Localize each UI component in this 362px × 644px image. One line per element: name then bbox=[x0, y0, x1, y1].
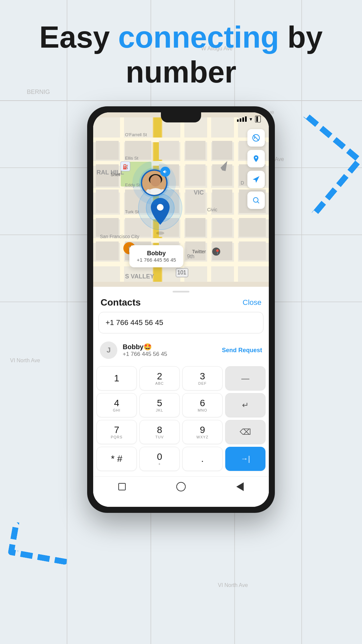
dial-key-3[interactable]: 3 DEF bbox=[182, 366, 223, 390]
svg-rect-31 bbox=[234, 117, 238, 282]
dial-key-dot[interactable]: . bbox=[182, 447, 223, 471]
dial-key-backspace[interactable]: ⌫ bbox=[225, 420, 265, 444]
svg-rect-44 bbox=[96, 190, 119, 213]
contacts-title: Contacts bbox=[101, 297, 141, 308]
svg-text:Civic: Civic bbox=[207, 207, 217, 212]
svg-text:D: D bbox=[241, 180, 244, 185]
svg-rect-33 bbox=[96, 141, 119, 160]
dial-key-2[interactable]: 2 ABC bbox=[139, 366, 180, 390]
map-info-popup: Bobby +1 766 445 56 45 bbox=[129, 245, 183, 267]
wifi-icon: ▼ bbox=[249, 117, 253, 122]
dial-key-9[interactable]: 9 WXYZ bbox=[182, 420, 223, 444]
svg-rect-38 bbox=[185, 141, 205, 160]
svg-rect-56 bbox=[96, 241, 119, 260]
dial-key-minus[interactable]: — bbox=[225, 366, 265, 390]
dial-key-submit[interactable]: →| bbox=[225, 447, 265, 471]
contact-name: Bobby🤩 bbox=[123, 343, 217, 351]
dial-key-star-hash[interactable]: * # bbox=[97, 447, 137, 471]
location-avatar bbox=[141, 169, 168, 196]
contact-row: J Bobby🤩 +1 766 445 56 45 Send Request bbox=[93, 338, 269, 364]
dial-key-1[interactable]: 1 bbox=[97, 366, 137, 390]
heading-line2: number bbox=[126, 55, 236, 89]
dialpad-row-3: 7 PQRS 8 TUV 9 WXYZ ⌫ bbox=[97, 420, 265, 444]
svg-text:📍: 📍 bbox=[215, 249, 221, 255]
svg-rect-53 bbox=[185, 218, 205, 237]
navigate-button[interactable] bbox=[247, 171, 265, 188]
phone-notch bbox=[161, 112, 201, 122]
svg-rect-30 bbox=[207, 117, 211, 282]
svg-rect-39 bbox=[185, 164, 205, 186]
svg-text:San Francisco City: San Francisco City bbox=[100, 234, 139, 239]
svg-text:VIC: VIC bbox=[194, 189, 204, 196]
svg-point-84 bbox=[156, 231, 164, 235]
svg-point-85 bbox=[157, 204, 164, 211]
svg-text:101: 101 bbox=[177, 270, 186, 275]
panel-handle bbox=[93, 287, 269, 292]
phone-input-row[interactable]: +1 766 445 56 45 bbox=[99, 312, 263, 333]
contact-info: Bobby🤩 +1 766 445 56 45 bbox=[123, 343, 217, 358]
svg-rect-54 bbox=[212, 218, 232, 237]
contact-avatar-letter: J bbox=[107, 346, 111, 355]
bottom-panel: Contacts Close +1 766 445 56 45 J Bobby🤩… bbox=[93, 287, 269, 507]
dialpad-row-2: 4 GHI 5 JKL 6 MNO ↵ bbox=[97, 393, 265, 417]
phone-container: ▼ ▌ bbox=[0, 106, 362, 513]
svg-rect-61 bbox=[239, 241, 266, 260]
phone-input-value: +1 766 445 56 45 bbox=[106, 318, 163, 327]
map-buttons bbox=[247, 129, 265, 209]
svg-text:9th: 9th bbox=[187, 254, 194, 259]
dialpad-row-4: * # 0 + . →| bbox=[97, 447, 265, 471]
svg-text:Ellis St: Ellis St bbox=[125, 156, 138, 161]
svg-rect-36 bbox=[159, 141, 179, 160]
map-area: O'Farrell St Ellis St Eddy St Turk St RA… bbox=[93, 112, 269, 287]
contact-phone: +1 766 445 56 45 bbox=[123, 351, 217, 358]
handle-bar bbox=[173, 291, 189, 292]
mute-button[interactable] bbox=[247, 129, 265, 147]
dial-key-enter[interactable]: ↵ bbox=[225, 393, 265, 417]
search-button[interactable] bbox=[247, 192, 265, 209]
phone-mockup: ▼ ▌ bbox=[87, 106, 275, 513]
dial-key-7[interactable]: 7 PQRS bbox=[97, 420, 137, 444]
nav-circle-icon bbox=[176, 482, 186, 491]
contact-avatar: J bbox=[100, 341, 117, 359]
svg-text:Twitter: Twitter bbox=[192, 249, 206, 254]
battery-icon: ▌ bbox=[255, 116, 261, 122]
dial-key-0[interactable]: 0 + bbox=[139, 447, 180, 471]
nav-square-icon bbox=[118, 483, 126, 490]
svg-text:Turk St: Turk St bbox=[125, 209, 139, 214]
send-request-button[interactable]: Send Request bbox=[222, 347, 262, 354]
popup-name: Bobby bbox=[137, 250, 176, 257]
svg-rect-40 bbox=[212, 141, 232, 160]
dial-key-5[interactable]: 5 JKL bbox=[139, 393, 180, 417]
heading-part2: by bbox=[279, 20, 323, 54]
nav-home-button[interactable] bbox=[176, 482, 186, 493]
heading-section: Easy connecting by number bbox=[0, 0, 362, 103]
svg-text:VI North Ave: VI North Ave bbox=[218, 582, 248, 588]
dialpad: 1 2 ABC 3 DEF — bbox=[93, 364, 269, 476]
nav-triangle-icon bbox=[236, 482, 244, 491]
panel-header: Contacts Close bbox=[93, 292, 269, 312]
heading-part1: Easy bbox=[39, 20, 118, 54]
nav-square-button[interactable] bbox=[118, 483, 126, 492]
svg-rect-28 bbox=[120, 117, 124, 282]
dial-key-6[interactable]: 6 MNO bbox=[182, 393, 223, 417]
svg-text:⛽: ⛽ bbox=[123, 164, 129, 170]
svg-text:Shell: Shell bbox=[111, 172, 120, 177]
svg-point-90 bbox=[253, 198, 258, 202]
signal-icon bbox=[237, 116, 247, 122]
close-button[interactable]: Close bbox=[243, 298, 261, 307]
svg-text:O'Farrell St: O'Farrell St bbox=[125, 132, 147, 137]
svg-text:S VALLEY: S VALLEY bbox=[125, 273, 154, 280]
nav-bar bbox=[93, 476, 269, 500]
status-icons: ▼ ▌ bbox=[237, 116, 261, 122]
phone-inner: ▼ ▌ bbox=[93, 112, 269, 507]
svg-point-94 bbox=[150, 175, 161, 186]
dial-key-4[interactable]: 4 GHI bbox=[97, 393, 137, 417]
heading-accent: connecting bbox=[118, 20, 279, 54]
svg-line-91 bbox=[257, 202, 259, 203]
speaker-button[interactable] bbox=[160, 167, 170, 177]
dialpad-row-1: 1 2 ABC 3 DEF — bbox=[97, 366, 265, 390]
svg-rect-55 bbox=[239, 218, 266, 237]
nav-back-button[interactable] bbox=[236, 482, 244, 493]
location-button[interactable] bbox=[247, 150, 265, 167]
dial-key-8[interactable]: 8 TUV bbox=[139, 420, 180, 444]
